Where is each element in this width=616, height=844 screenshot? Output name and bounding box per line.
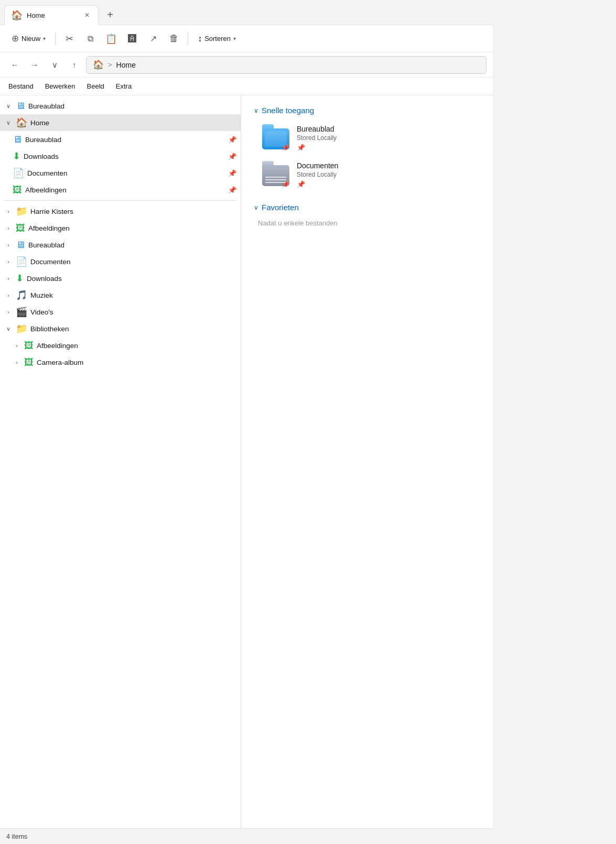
chevron-right-icon: › [4, 292, 13, 298]
address-breadcrumb-home: Home [116, 61, 136, 69]
sidebar-item-downloads2[interactable]: › ⬇ Downloads [0, 270, 241, 287]
toolbar-divider-1 [55, 33, 56, 45]
sidebar-item-bureaubladtop[interactable]: ∨ 🖥 Bureaublad [0, 98, 241, 114]
qa-item-bureaublad[interactable]: 📌 Bureaublad Stored Locally 📌 [258, 122, 480, 154]
sidebar-item-afbeeldingen-sub[interactable]: 🖼 Afbeeldingen 📌 [0, 181, 241, 198]
camera-icon: 🖼 [24, 357, 34, 368]
favorieten-section: ∨ Favorieten Nadat u enkele bestanden [254, 203, 480, 227]
libraries-icon: 📁 [16, 323, 27, 334]
sort-chevron-icon: ▾ [233, 36, 236, 41]
delete-icon: 🗑 [169, 33, 179, 44]
chevron-right-icon: › [4, 309, 13, 315]
pin-icon-bureaublad: 📌 [297, 144, 337, 152]
sidebar-label-muziek: Muziek [30, 291, 236, 299]
sidebar-item-home[interactable]: ∨ 🏠 Home [0, 114, 241, 131]
pin-icon: 📌 [228, 153, 236, 160]
new-tab-button[interactable]: + [101, 6, 120, 25]
sidebar-label-afbeeldingen: Afbeeldingen [28, 224, 236, 232]
qa-info-bureaublad: Bureaublad Stored Locally 📌 [297, 125, 337, 152]
pictures-icon: 🖼 [13, 185, 22, 196]
sidebar-item-bureaublad-sub[interactable]: 🖥 Bureaublad 📌 [0, 131, 241, 148]
sidebar-label-bureaublad-sub: Bureaublad [25, 136, 225, 144]
main-area: ∨ 🖥 Bureaublad ∨ 🏠 Home 🖥 Bureaublad 📌 ⬇… [0, 95, 493, 828]
favorieten-empty-text: Nadat u enkele bestanden [254, 219, 480, 227]
sidebar: ∨ 🖥 Bureaublad ∨ 🏠 Home 🖥 Bureaublad 📌 ⬇… [0, 95, 241, 828]
sidebar-label-afbeeldingen-sub: Afbeeldingen [25, 186, 225, 194]
qa-icon-wrap-bureaublad: 📌 [262, 124, 289, 152]
delete-button[interactable]: 🗑 [165, 29, 183, 48]
sidebar-item-downloads-sub[interactable]: ⬇ Downloads 📌 [0, 148, 241, 165]
chevron-right-icon: › [4, 242, 13, 248]
cut-button[interactable]: ✂ [60, 29, 79, 48]
sidebar-item-documenten2[interactable]: › 📄 Documenten [0, 253, 241, 270]
title-bar: 🏠 Home ✕ + [0, 0, 493, 25]
sort-button[interactable]: ↕ Sorteren ▾ [192, 31, 241, 46]
sidebar-item-harriekisters[interactable]: › 📁 Harrie Kisters [0, 203, 241, 220]
chevron-right-icon: › [4, 275, 13, 282]
sidebar-item-muziek[interactable]: › 🎵 Muziek [0, 287, 241, 304]
rename-button[interactable]: 🅰 [123, 29, 142, 48]
share-icon: ↗ [150, 34, 157, 44]
pin-icon-documenten: 📌 [297, 180, 338, 188]
menu-beeld[interactable]: Beeld [82, 80, 110, 92]
quick-access-grid: 📌 Bureaublad Stored Locally 📌 [254, 122, 480, 190]
sidebar-item-camera-album[interactable]: › 🖼 Camera-album [0, 354, 241, 371]
sidebar-item-bureaublad2[interactable]: › 🖥 Bureaublad [0, 236, 241, 253]
music-icon: 🎵 [16, 289, 27, 301]
rename-icon: 🅰 [128, 34, 136, 44]
sidebar-item-videos[interactable]: › 🎬 Video's [0, 304, 241, 320]
menu-bewerken[interactable]: Bewerken [40, 80, 81, 92]
chevron-right-icon: › [13, 359, 21, 365]
new-button[interactable]: ⊕ Nieuw ▾ [6, 30, 51, 47]
favorieten-header[interactable]: ∨ Favorieten [254, 203, 480, 212]
sidebar-item-afbeeldingen-bib[interactable]: › 🖼 Afbeeldingen [0, 337, 241, 354]
sidebar-label-bureaublad2: Bureaublad [28, 241, 236, 249]
video-icon: 🎬 [16, 306, 27, 318]
new-icon: ⊕ [12, 33, 19, 44]
folder-yellow-icon: 📁 [16, 205, 27, 217]
sort-label: Sorteren [204, 35, 231, 42]
sidebar-item-documenten-sub[interactable]: 📄 Documenten 📌 [0, 165, 241, 181]
tab-close-button[interactable]: ✕ [82, 10, 92, 20]
up-button[interactable]: ↑ [66, 57, 83, 73]
recent-locations-button[interactable]: ∨ [46, 57, 63, 73]
toolbar-divider-2 [188, 33, 188, 45]
sidebar-item-afbeeldingen[interactable]: › 🖼 Afbeeldingen [0, 220, 241, 236]
quick-access-title: Snelle toegang [262, 106, 314, 115]
pin-icon: 📌 [228, 136, 236, 144]
right-panel: ∨ Snelle toegang 📌 Bureaublad Stored Loc… [241, 95, 493, 828]
toolbar: ⊕ Nieuw ▾ ✂ ⧉ 📋 🅰 ↗ 🗑 ↕ Sorteren ▾ [0, 25, 493, 52]
paste-button[interactable]: 📋 [102, 29, 121, 48]
menu-bestand[interactable]: Bestand [3, 80, 39, 92]
desktop-icon: 🖥 [16, 240, 25, 251]
status-text: 4 items [6, 833, 27, 840]
share-button[interactable]: ↗ [144, 29, 163, 48]
copy-icon: ⧉ [88, 34, 93, 44]
back-button[interactable]: ← [6, 57, 23, 73]
chevron-right-icon: › [4, 258, 13, 265]
paste-icon: 📋 [105, 33, 117, 45]
sidebar-label-afbeeldingen-bib: Afbeeldingen [37, 342, 236, 350]
sidebar-divider-1 [4, 200, 236, 201]
address-box[interactable]: 🏠 > Home [86, 56, 487, 74]
address-separator: > [108, 61, 112, 69]
quick-access-header[interactable]: ∨ Snelle toegang [254, 106, 480, 115]
menu-extra[interactable]: Extra [111, 80, 137, 92]
downloads-icon: ⬇ [13, 150, 20, 162]
sidebar-label-home: Home [30, 119, 236, 127]
home-icon: 🏠 [16, 117, 27, 128]
pictures-icon: 🖼 [16, 223, 25, 234]
pictures-icon: 🖼 [24, 340, 34, 351]
chevron-right-icon: › [4, 208, 13, 214]
sidebar-label-bibliotheken: Bibliotheken [30, 325, 236, 333]
qa-item-documenten[interactable]: 📌 Documenten Stored Locally 📌 [258, 159, 480, 190]
sidebar-item-bibliotheken[interactable]: ∨ 📁 Bibliotheken [0, 320, 241, 337]
sidebar-label-documenten2: Documenten [30, 258, 236, 266]
address-bar-row: ← → ∨ ↑ 🏠 > Home [0, 52, 493, 78]
forward-button[interactable]: → [26, 57, 43, 73]
favorieten-title: Favorieten [262, 203, 299, 212]
menu-bar: Bestand Bewerken Beeld Extra [0, 78, 493, 95]
pin-icon: 📌 [228, 169, 236, 177]
copy-button[interactable]: ⧉ [81, 29, 100, 48]
active-tab[interactable]: 🏠 Home ✕ [4, 5, 99, 25]
